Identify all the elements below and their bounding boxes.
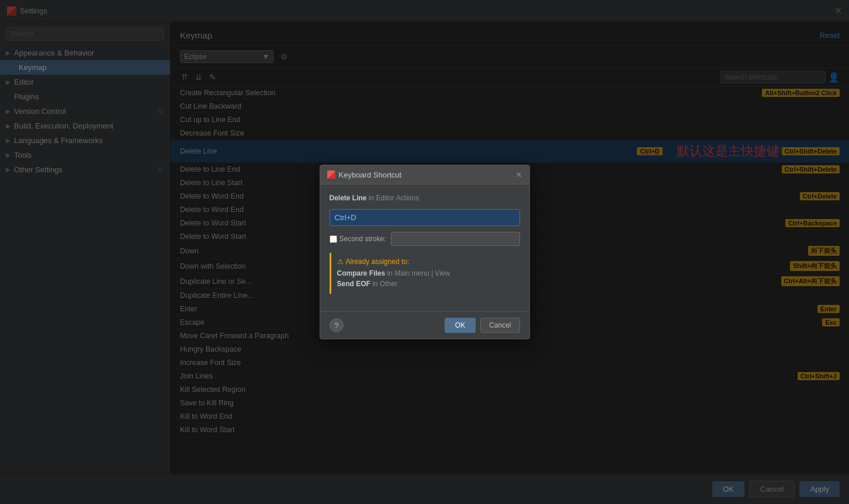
- help-button[interactable]: ?: [330, 318, 344, 332]
- modal-action-name: Delete Line: [330, 194, 367, 202]
- second-stroke-checkbox-label[interactable]: Second stroke:: [330, 235, 386, 243]
- warning-item: Compare Files in Main menu | View: [337, 268, 514, 279]
- modal-context-text: in Editor Actions: [369, 194, 419, 202]
- modal-footer-buttons: OK Cancel: [445, 318, 520, 333]
- modal-cancel-button[interactable]: Cancel: [480, 318, 519, 333]
- warning-icon: ⚠: [337, 258, 344, 266]
- modal-ok-button[interactable]: OK: [445, 318, 476, 333]
- modal-title-text: Keyboard Shortcut: [339, 171, 402, 179]
- shortcut-input-field[interactable]: [330, 209, 520, 226]
- warning-context-2: in Other: [372, 280, 397, 288]
- warning-items-list: Compare Files in Main menu | View Send E…: [337, 268, 514, 289]
- second-stroke-checkbox[interactable]: [330, 235, 337, 243]
- modal-title-bar: Keyboard Shortcut ✕: [320, 165, 529, 185]
- modal-title: Keyboard Shortcut: [327, 171, 402, 179]
- modal-subtitle: Delete Line in Editor Actions: [330, 194, 520, 202]
- warning-section: ⚠ Already assigned to: Compare Files in …: [330, 253, 520, 294]
- modal-body: Delete Line in Editor Actions Second str…: [320, 185, 529, 311]
- modal-ide-icon: [327, 171, 335, 179]
- second-stroke-label: Second stroke:: [339, 235, 386, 243]
- warning-item: Send EOF in Other: [337, 279, 514, 289]
- second-stroke-row: Second stroke:: [330, 232, 520, 246]
- warning-action-2: Send EOF: [337, 280, 370, 288]
- warning-context-1: in Main menu | View: [387, 269, 451, 277]
- modal-overlay: Keyboard Shortcut ✕ Delete Line in Edito…: [0, 0, 849, 504]
- warning-title-text: Already assigned to:: [346, 258, 410, 266]
- modal-footer: ? OK Cancel: [320, 311, 529, 339]
- modal-close-button[interactable]: ✕: [515, 170, 522, 179]
- warning-title: ⚠ Already assigned to:: [337, 258, 514, 266]
- keyboard-shortcut-modal: Keyboard Shortcut ✕ Delete Line in Edito…: [320, 165, 530, 339]
- warning-action-1: Compare Files: [337, 269, 386, 277]
- second-stroke-input-field[interactable]: [391, 232, 520, 246]
